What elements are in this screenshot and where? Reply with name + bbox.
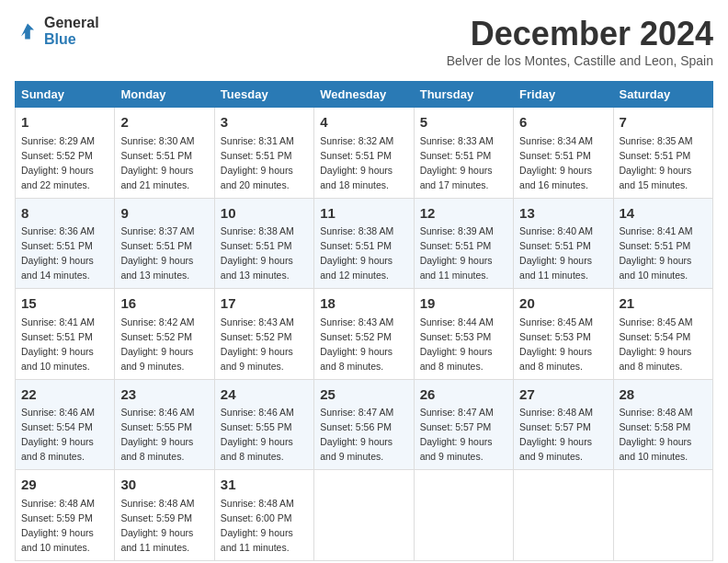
day-number: 30 <box>120 475 208 495</box>
day-info: Sunrise: 8:48 AMSunset: 5:59 PMDaylight:… <box>120 498 194 553</box>
day-info: Sunrise: 8:48 AMSunset: 6:00 PMDaylight:… <box>221 498 294 553</box>
table-row <box>613 470 712 561</box>
day-number: 20 <box>519 293 607 314</box>
page-header: General Blue December 2024 Belver de los… <box>15 15 713 77</box>
day-number: 9 <box>120 203 208 224</box>
day-info: Sunrise: 8:40 AMSunset: 5:51 PMDaylight:… <box>519 225 593 281</box>
day-number: 14 <box>620 203 707 224</box>
location-subtitle: Belver de los Montes, Castille and Leon,… <box>447 53 713 68</box>
day-number: 3 <box>221 112 308 132</box>
col-sunday: Sunday <box>16 82 115 108</box>
day-info: Sunrise: 8:47 AMSunset: 5:57 PMDaylight:… <box>420 407 494 462</box>
day-number: 17 <box>221 293 308 314</box>
day-info: Sunrise: 8:47 AMSunset: 5:56 PMDaylight:… <box>320 407 393 462</box>
table-row <box>314 470 414 561</box>
day-info: Sunrise: 8:39 AMSunset: 5:51 PMDaylight:… <box>420 225 494 281</box>
logo: General Blue <box>15 15 99 47</box>
day-info: Sunrise: 8:45 AMSunset: 5:54 PMDaylight:… <box>620 316 693 372</box>
calendar-week-row: 22 Sunrise: 8:46 AMSunset: 5:54 PMDaylig… <box>16 379 713 470</box>
day-info: Sunrise: 8:29 AMSunset: 5:52 PMDaylight:… <box>21 135 95 190</box>
day-number: 1 <box>21 112 108 132</box>
table-row: 30 Sunrise: 8:48 AMSunset: 5:59 PMDaylig… <box>115 470 214 561</box>
table-row: 7 Sunrise: 8:35 AMSunset: 5:51 PMDayligh… <box>613 108 712 199</box>
day-info: Sunrise: 8:48 AMSunset: 5:58 PMDaylight:… <box>620 407 693 462</box>
table-row: 29 Sunrise: 8:48 AMSunset: 5:59 PMDaylig… <box>16 470 115 561</box>
day-info: Sunrise: 8:46 AMSunset: 5:55 PMDaylight:… <box>120 407 194 462</box>
day-number: 8 <box>21 203 108 224</box>
col-saturday: Saturday <box>613 82 712 108</box>
table-row: 8 Sunrise: 8:36 AMSunset: 5:51 PMDayligh… <box>16 198 115 289</box>
day-info: Sunrise: 8:33 AMSunset: 5:51 PMDaylight:… <box>420 135 494 190</box>
table-row <box>514 470 613 561</box>
day-info: Sunrise: 8:41 AMSunset: 5:51 PMDaylight:… <box>620 225 693 281</box>
day-number: 5 <box>420 112 507 132</box>
day-number: 27 <box>519 385 607 405</box>
day-info: Sunrise: 8:31 AMSunset: 5:51 PMDaylight:… <box>221 135 294 190</box>
day-number: 25 <box>320 385 407 405</box>
col-friday: Friday <box>514 82 613 108</box>
table-row: 5 Sunrise: 8:33 AMSunset: 5:51 PMDayligh… <box>414 108 513 199</box>
day-info: Sunrise: 8:41 AMSunset: 5:51 PMDaylight:… <box>21 316 95 372</box>
logo-blue-text: Blue <box>44 31 99 48</box>
day-info: Sunrise: 8:43 AMSunset: 5:52 PMDaylight:… <box>320 316 393 372</box>
day-number: 18 <box>320 293 407 314</box>
day-info: Sunrise: 8:46 AMSunset: 5:55 PMDaylight:… <box>221 407 294 462</box>
day-info: Sunrise: 8:43 AMSunset: 5:52 PMDaylight:… <box>221 316 294 372</box>
table-row: 16 Sunrise: 8:42 AMSunset: 5:52 PMDaylig… <box>115 289 214 380</box>
day-info: Sunrise: 8:48 AMSunset: 5:57 PMDaylight:… <box>519 407 593 462</box>
table-row: 14 Sunrise: 8:41 AMSunset: 5:51 PMDaylig… <box>613 198 712 289</box>
day-number: 15 <box>21 293 108 314</box>
table-row: 24 Sunrise: 8:46 AMSunset: 5:55 PMDaylig… <box>214 379 313 470</box>
day-info: Sunrise: 8:35 AMSunset: 5:51 PMDaylight:… <box>620 135 693 190</box>
col-tuesday: Tuesday <box>214 82 313 108</box>
table-row: 21 Sunrise: 8:45 AMSunset: 5:54 PMDaylig… <box>613 289 712 380</box>
day-info: Sunrise: 8:32 AMSunset: 5:51 PMDaylight:… <box>320 135 393 190</box>
table-row: 18 Sunrise: 8:43 AMSunset: 5:52 PMDaylig… <box>314 289 414 380</box>
day-number: 12 <box>420 203 507 224</box>
day-info: Sunrise: 8:44 AMSunset: 5:53 PMDaylight:… <box>420 316 494 372</box>
day-number: 22 <box>21 385 108 405</box>
table-row: 2 Sunrise: 8:30 AMSunset: 5:51 PMDayligh… <box>115 108 214 199</box>
month-title: December 2024 <box>447 15 713 53</box>
col-thursday: Thursday <box>414 82 513 108</box>
day-number: 13 <box>519 203 607 224</box>
table-row: 27 Sunrise: 8:48 AMSunset: 5:57 PMDaylig… <box>514 379 613 470</box>
logo-icon <box>15 18 40 44</box>
day-info: Sunrise: 8:30 AMSunset: 5:51 PMDaylight:… <box>120 135 194 190</box>
day-number: 29 <box>21 475 108 495</box>
day-info: Sunrise: 8:45 AMSunset: 5:53 PMDaylight:… <box>519 316 593 372</box>
table-row: 22 Sunrise: 8:46 AMSunset: 5:54 PMDaylig… <box>16 379 115 470</box>
col-wednesday: Wednesday <box>314 82 414 108</box>
day-info: Sunrise: 8:34 AMSunset: 5:51 PMDaylight:… <box>519 135 593 190</box>
table-row: 11 Sunrise: 8:38 AMSunset: 5:51 PMDaylig… <box>314 198 414 289</box>
calendar-week-row: 8 Sunrise: 8:36 AMSunset: 5:51 PMDayligh… <box>16 198 713 289</box>
day-number: 2 <box>120 112 208 132</box>
table-row: 20 Sunrise: 8:45 AMSunset: 5:53 PMDaylig… <box>514 289 613 380</box>
col-monday: Monday <box>115 82 214 108</box>
day-number: 19 <box>420 293 507 314</box>
day-number: 23 <box>120 385 208 405</box>
day-info: Sunrise: 8:36 AMSunset: 5:51 PMDaylight:… <box>21 225 95 281</box>
day-number: 24 <box>221 385 308 405</box>
table-row: 31 Sunrise: 8:48 AMSunset: 6:00 PMDaylig… <box>214 470 313 561</box>
day-number: 7 <box>620 112 707 132</box>
table-row: 6 Sunrise: 8:34 AMSunset: 5:51 PMDayligh… <box>514 108 613 199</box>
day-info: Sunrise: 8:42 AMSunset: 5:52 PMDaylight:… <box>120 316 194 372</box>
day-number: 28 <box>620 385 707 405</box>
table-row: 19 Sunrise: 8:44 AMSunset: 5:53 PMDaylig… <box>414 289 513 380</box>
table-row: 26 Sunrise: 8:47 AMSunset: 5:57 PMDaylig… <box>414 379 513 470</box>
table-row: 12 Sunrise: 8:39 AMSunset: 5:51 PMDaylig… <box>414 198 513 289</box>
table-row: 10 Sunrise: 8:38 AMSunset: 5:51 PMDaylig… <box>214 198 313 289</box>
table-row: 15 Sunrise: 8:41 AMSunset: 5:51 PMDaylig… <box>16 289 115 380</box>
logo-general-text: General <box>44 15 99 31</box>
day-info: Sunrise: 8:46 AMSunset: 5:54 PMDaylight:… <box>21 407 95 462</box>
day-number: 21 <box>620 293 707 314</box>
day-info: Sunrise: 8:37 AMSunset: 5:51 PMDaylight:… <box>120 225 194 281</box>
day-info: Sunrise: 8:48 AMSunset: 5:59 PMDaylight:… <box>21 498 95 553</box>
day-number: 6 <box>519 112 607 132</box>
day-number: 10 <box>221 203 308 224</box>
table-row: 3 Sunrise: 8:31 AMSunset: 5:51 PMDayligh… <box>214 108 313 199</box>
table-row: 9 Sunrise: 8:37 AMSunset: 5:51 PMDayligh… <box>115 198 214 289</box>
table-row: 25 Sunrise: 8:47 AMSunset: 5:56 PMDaylig… <box>314 379 414 470</box>
table-row <box>414 470 513 561</box>
